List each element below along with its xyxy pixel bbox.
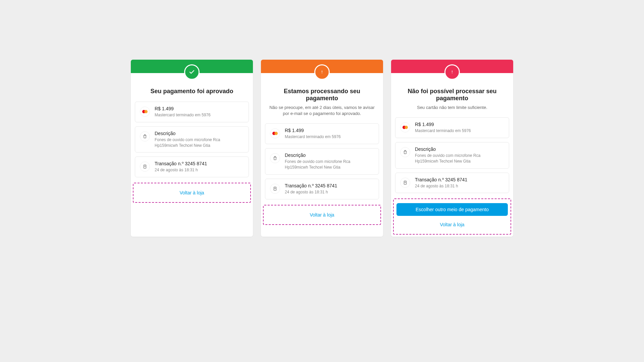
payment-amount: R$ 1.499 bbox=[415, 122, 504, 127]
transaction-label: Transação n.º 3245 8741 bbox=[285, 183, 374, 188]
transaction-label: Transação n.º 3245 8741 bbox=[155, 161, 244, 166]
actions-area: Voltar à loja bbox=[133, 183, 251, 203]
check-icon bbox=[189, 69, 195, 75]
status-title: Não foi possível processar seu pagamento bbox=[398, 88, 506, 102]
status-circle bbox=[184, 64, 200, 80]
description-label: Descrição bbox=[155, 131, 244, 136]
transaction-label: Transação n.º 3245 8741 bbox=[415, 177, 504, 182]
choose-other-payment-button[interactable]: Escolher outro meio de pagamento bbox=[396, 203, 508, 216]
description-text: Fones de ouvido com microfone Rca Hp159m… bbox=[285, 159, 374, 170]
payment-status-card-error: Não foi possível processar seu pagamento… bbox=[391, 60, 513, 237]
exclamation-icon bbox=[319, 69, 325, 75]
mastercard-icon bbox=[270, 128, 280, 138]
status-subtitle: Seu cartão não tem limite suficiente. bbox=[398, 105, 506, 111]
description-label: Descrição bbox=[285, 153, 374, 158]
transaction-item: Transação n.º 3245 8741 24 de agosto às … bbox=[265, 179, 379, 199]
transaction-time: 24 de agosto às 18:31 h bbox=[415, 183, 504, 189]
description-item: Descrição Fones de ouvido com microfone … bbox=[135, 126, 249, 153]
payment-method: Mastercard terminado em 5976 bbox=[415, 128, 504, 134]
status-subtitle: Não se preocupe, em até 2 dias úteis, va… bbox=[268, 105, 376, 117]
payment-status-card-processing: Estamos processando seu pagamento Não se… bbox=[261, 60, 383, 237]
payment-method: Mastercard terminado em 5976 bbox=[155, 112, 244, 118]
payment-amount: R$ 1.499 bbox=[285, 128, 374, 133]
back-to-store-button[interactable]: Voltar à loja bbox=[266, 209, 378, 220]
status-circle bbox=[444, 64, 460, 80]
status-circle bbox=[314, 64, 330, 80]
svg-rect-1 bbox=[322, 70, 322, 72]
cards-row: Seu pagamento foi aprovado R$ 1.499 Mast… bbox=[131, 60, 513, 237]
description-item: Descrição Fones de ouvido com microfone … bbox=[395, 142, 509, 169]
receipt-icon bbox=[270, 184, 280, 194]
receipt-icon bbox=[140, 162, 150, 172]
svg-rect-2 bbox=[322, 73, 322, 74]
status-title: Seu pagamento foi aprovado bbox=[138, 88, 246, 95]
mastercard-icon bbox=[140, 107, 150, 117]
payment-amount-item: R$ 1.499 Mastercard terminado em 5976 bbox=[395, 117, 509, 138]
actions-area: Voltar à loja bbox=[263, 205, 381, 225]
back-to-store-button[interactable]: Voltar à loja bbox=[396, 219, 508, 230]
transaction-time: 24 de agosto às 18:31 h bbox=[155, 167, 244, 173]
back-to-store-button[interactable]: Voltar à loja bbox=[136, 187, 248, 198]
bag-icon bbox=[140, 131, 150, 141]
actions-area: Escolher outro meio de pagamento Voltar … bbox=[393, 198, 511, 235]
payment-amount: R$ 1.499 bbox=[155, 106, 244, 111]
bag-icon bbox=[400, 147, 410, 157]
status-title: Estamos processando seu pagamento bbox=[268, 88, 376, 102]
transaction-time: 24 de agosto às 18:31 h bbox=[285, 189, 374, 195]
payment-status-card-success: Seu pagamento foi aprovado R$ 1.499 Mast… bbox=[131, 60, 253, 237]
description-text: Fones de ouvido com microfone Rca Hp159m… bbox=[415, 153, 504, 164]
svg-rect-5 bbox=[452, 73, 452, 74]
transaction-item: Transação n.º 3245 8741 24 de agosto às … bbox=[135, 157, 249, 177]
description-text: Fones de ouvido com microfone Rca Hp159m… bbox=[155, 137, 244, 148]
exclamation-icon bbox=[449, 69, 455, 75]
payment-method: Mastercard terminado em 5976 bbox=[285, 134, 374, 140]
receipt-icon bbox=[400, 178, 410, 188]
description-label: Descrição bbox=[415, 146, 504, 152]
mastercard-icon bbox=[400, 122, 410, 132]
transaction-item: Transação n.º 3245 8741 24 de agosto às … bbox=[395, 173, 509, 193]
svg-rect-4 bbox=[452, 70, 452, 72]
payment-amount-item: R$ 1.499 Mastercard terminado em 5976 bbox=[135, 102, 249, 122]
payment-amount-item: R$ 1.499 Mastercard terminado em 5976 bbox=[265, 123, 379, 144]
bag-icon bbox=[270, 153, 280, 163]
description-item: Descrição Fones de ouvido com microfone … bbox=[265, 148, 379, 175]
